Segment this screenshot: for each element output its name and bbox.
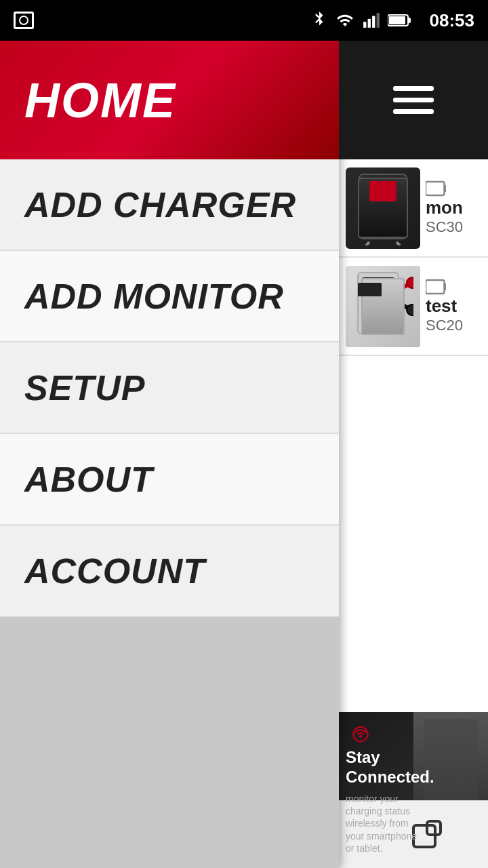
device-item-2[interactable]: test SC20	[339, 258, 488, 356]
menu-item-about-label: ABOUT	[24, 459, 153, 500]
menu-item-setup-label: SETUP	[24, 368, 145, 408]
svg-rect-1	[367, 19, 370, 28]
ad-wifi-icon	[346, 726, 375, 743]
device-model-1: SC30	[426, 218, 463, 236]
device-name-2: test	[426, 296, 463, 317]
bluetooth-icon	[310, 10, 328, 31]
menu-item-setup[interactable]: SETUP	[0, 342, 339, 434]
hamburger-button[interactable]	[339, 41, 488, 159]
hamburger-line-2	[393, 98, 434, 102]
status-bar: 08:53	[0, 0, 488, 41]
device-image-sc30	[352, 171, 413, 245]
menu-item-account[interactable]: ACCOUNT	[0, 526, 339, 617]
menu-item-add-charger[interactable]: ADD CHARGER	[0, 159, 339, 251]
hamburger-line-3	[393, 109, 434, 114]
svg-rect-15	[426, 182, 445, 195]
status-bar-photo	[14, 12, 34, 29]
status-icons: 08:53	[310, 10, 475, 31]
ad-text-area: Stay Connected. monitor your charging st…	[339, 712, 427, 868]
svg-rect-6	[408, 18, 411, 23]
hamburger-line-1	[393, 86, 434, 91]
home-title: HOME	[24, 73, 176, 128]
menu-bottom-area	[0, 617, 339, 868]
svg-point-24	[407, 304, 413, 315]
menu-item-about[interactable]: ABOUT	[0, 434, 339, 526]
device-type-icon-1	[426, 180, 446, 197]
svg-point-28	[359, 735, 362, 738]
svg-line-14	[396, 242, 400, 245]
svg-rect-11	[365, 212, 401, 232]
svg-rect-2	[372, 16, 375, 28]
battery-icon	[388, 13, 412, 28]
device-info-1: mon SC30	[420, 180, 463, 236]
svg-point-12	[380, 232, 386, 239]
menu-item-add-monitor-label: ADD MONITOR	[24, 276, 284, 317]
ad-title: Stay Connected.	[346, 748, 420, 787]
svg-rect-10	[371, 186, 394, 198]
signal-icon	[362, 12, 381, 29]
svg-point-27	[353, 727, 367, 741]
hamburger-icon	[393, 86, 434, 114]
device-model-2: SC20	[426, 317, 463, 334]
wifi-icon	[335, 12, 355, 29]
device-image-sc20	[352, 269, 413, 344]
svg-rect-20	[362, 300, 394, 327]
svg-rect-0	[363, 22, 366, 28]
right-panel: mon SC30	[339, 41, 488, 868]
svg-rect-7	[359, 174, 407, 239]
menu-item-add-monitor[interactable]: ADD MONITOR	[0, 251, 339, 342]
svg-line-13	[366, 242, 369, 245]
svg-rect-8	[365, 181, 401, 207]
svg-point-23	[407, 277, 413, 288]
svg-rect-26	[445, 283, 447, 290]
svg-rect-25	[426, 280, 445, 294]
menu-item-account-label: ACCOUNT	[24, 551, 205, 591]
menu-header: HOME	[0, 41, 339, 159]
svg-rect-9	[367, 183, 399, 203]
device-name-1: mon	[426, 197, 463, 218]
device-info-2: test SC20	[420, 278, 463, 334]
ad-subtitle: monitor your charging status wirelessly …	[346, 793, 420, 854]
menu-panel: HOME ADD CHARGER ADD MONITOR SETUP ABOUT…	[0, 41, 339, 868]
device-item-1[interactable]: mon SC30	[339, 159, 488, 258]
svg-rect-19	[365, 280, 392, 294]
device-thumbnail-2	[346, 266, 420, 347]
svg-rect-18	[362, 277, 394, 296]
menu-item-add-charger-label: ADD CHARGER	[24, 184, 296, 225]
device-thumbnail-1	[346, 167, 420, 249]
svg-rect-3	[376, 13, 379, 28]
main-layout: HOME ADD CHARGER ADD MONITOR SETUP ABOUT…	[0, 41, 488, 800]
svg-rect-16	[445, 185, 447, 192]
photo-icon	[14, 12, 34, 29]
svg-rect-5	[389, 16, 405, 24]
svg-rect-17	[358, 273, 399, 334]
status-time: 08:53	[430, 10, 475, 31]
device-type-icon-2	[426, 278, 446, 296]
